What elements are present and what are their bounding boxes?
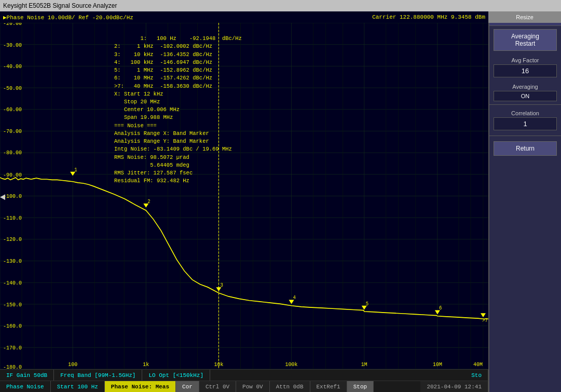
carrier-info: Carrier 122.880000 MHz 9.3458 dBm — [372, 14, 485, 20]
datetime-label: 2021-04-09 12:41 — [420, 381, 488, 392]
pow-label: Pow 0V — [236, 381, 270, 392]
return-button[interactable]: Return — [494, 141, 557, 156]
correlation-label: Correlation — [489, 110, 561, 116]
svg-text:-40.00: -40.00 — [3, 63, 22, 70]
meas-label[interactable]: Phase Noise: Meas — [105, 381, 176, 392]
avg-factor-label: Avg Factor — [489, 57, 561, 63]
svg-text:-150.0: -150.0 — [3, 301, 22, 308]
status-bar-2: Phase Noise Start 100 Hz Phase Noise: Me… — [0, 381, 488, 392]
chart-container: 1 2 3 4 5 6 >7 — [0, 23, 488, 369]
attn-label: Attn 0dB — [270, 381, 310, 392]
stop-btn[interactable]: Stop — [347, 381, 374, 392]
svg-text:-70.00: -70.00 — [3, 128, 22, 135]
plot-title: ▶Phase Noise 10.00dB/ Ref -20.00dBc/Hz — [3, 14, 133, 21]
plot-header: ▶Phase Noise 10.00dB/ Ref -20.00dBc/Hz C… — [0, 11, 488, 23]
svg-text:100k: 100k — [285, 361, 298, 368]
svg-text:4: 4 — [293, 295, 296, 301]
averaging-restart-button[interactable]: Averaging Restart — [494, 29, 557, 51]
sidebar-divider-2 — [489, 136, 561, 136]
stop-status: Sto — [465, 370, 488, 381]
svg-text:-60.00: -60.00 — [3, 106, 22, 113]
svg-text:-90.00: -90.00 — [3, 171, 22, 178]
svg-text:-80.00: -80.00 — [3, 150, 22, 156]
svg-text:-140.0: -140.0 — [3, 279, 22, 286]
svg-text:-160.0: -160.0 — [3, 323, 22, 330]
avg-factor-value: 16 — [494, 64, 557, 77]
svg-text:-110.0: -110.0 — [3, 215, 22, 222]
svg-text:-100.0: -100.0 — [3, 193, 22, 199]
sidebar-divider — [489, 104, 561, 105]
svg-text:-120.0: -120.0 — [3, 236, 22, 243]
freq-band-status: Freq Band [99M-1.5GHz] — [54, 370, 142, 381]
svg-text:1M: 1M — [361, 361, 367, 368]
extref-label: ExtRef1 — [310, 381, 347, 392]
svg-text:-130.0: -130.0 — [3, 258, 22, 265]
svg-text:>7: >7 — [482, 317, 488, 323]
svg-text:-170.0: -170.0 — [3, 345, 22, 352]
svg-text:10M: 10M — [433, 361, 442, 368]
app-title: Keysight E5052B Signal Source Analyzer — [3, 2, 117, 9]
svg-text:5: 5 — [366, 301, 369, 307]
svg-text:100: 100 — [68, 361, 77, 368]
svg-text:3: 3 — [220, 282, 223, 289]
sidebar: Average Averaging Restart Avg Factor 16 … — [488, 11, 561, 392]
plot-area: ▶Phase Noise 10.00dB/ Ref -20.00dBc/Hz C… — [0, 11, 488, 392]
svg-text:-30.00: -30.00 — [3, 42, 22, 48]
status-bar-1: IF Gain 50dB Freq Band [99M-1.5GHz] LO O… — [0, 369, 488, 381]
svg-text:1k: 1k — [143, 361, 149, 368]
main-layout: ▶Phase Noise 10.00dB/ Ref -20.00dBc/Hz C… — [0, 11, 561, 392]
correlation-value: 1 — [494, 117, 557, 130]
title-bar: Keysight E5052B Signal Source Analyzer — [0, 0, 561, 11]
start-freq-label: Start 100 Hz — [51, 381, 105, 392]
averaging-label: Averaging — [489, 84, 561, 90]
svg-text:10k: 10k — [214, 361, 223, 368]
resize-button[interactable]: Resize — [488, 11, 561, 23]
lo-opt-status: LO Opt [<150kHz] — [142, 370, 210, 381]
ctrl-label: Ctrl 0V — [199, 381, 236, 392]
phase-noise-chart: 1 2 3 4 5 6 >7 — [0, 23, 488, 369]
cor-label[interactable]: Cor — [176, 381, 199, 392]
if-gain-status: IF Gain 50dB — [0, 370, 54, 381]
svg-text:-20.00: -20.00 — [3, 23, 22, 27]
svg-text:6: 6 — [439, 305, 442, 312]
svg-text:-50.00: -50.00 — [3, 85, 22, 91]
svg-text:-180.0: -180.0 — [3, 363, 22, 369]
svg-text:40M: 40M — [473, 361, 483, 368]
phase-noise-label: Phase Noise — [0, 381, 51, 392]
averaging-on-value[interactable]: ON — [494, 91, 557, 101]
svg-text:2: 2 — [147, 198, 150, 205]
svg-text:1: 1 — [74, 167, 77, 173]
